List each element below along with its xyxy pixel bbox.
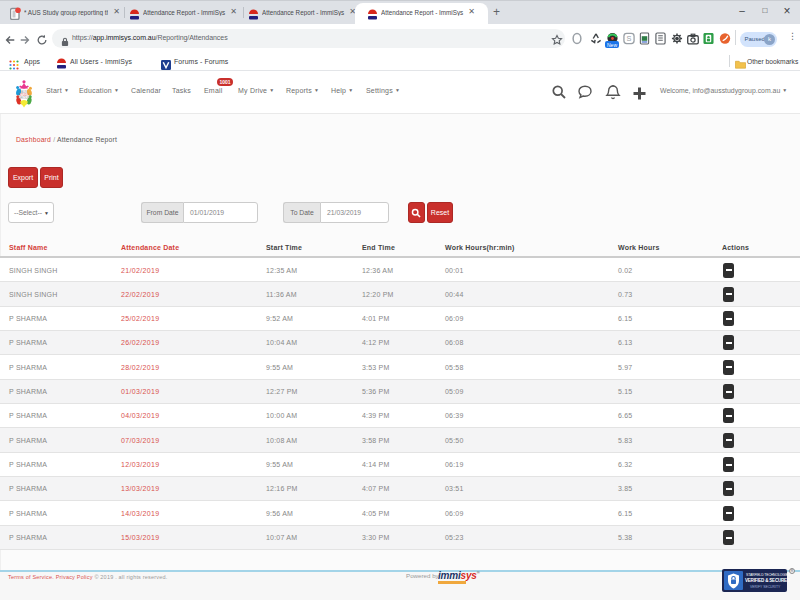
svg-text:S: S [627,34,632,43]
svg-text:GROUP: GROUP [18,96,29,100]
